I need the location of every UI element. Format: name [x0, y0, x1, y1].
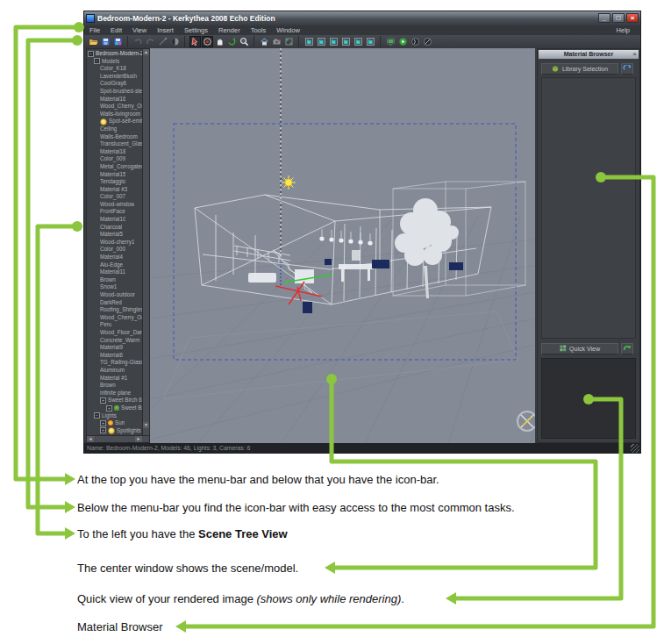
tree-item[interactable]: Material5	[87, 231, 143, 239]
menu-item-edit[interactable]: Edit	[105, 26, 127, 34]
tree-item[interactable]: Aluminum	[87, 367, 143, 375]
tree-item[interactable]: Wood-window	[87, 201, 143, 209]
menu-item-settings[interactable]: Settings	[179, 26, 213, 34]
tree-item[interactable]: Brown	[87, 276, 143, 284]
open-folder-icon[interactable]	[88, 36, 99, 47]
viewport-cube-icon[interactable]	[365, 36, 376, 47]
panel-close-icon[interactable]: ×	[631, 50, 639, 59]
tree-item[interactable]: Ceiling	[87, 125, 143, 133]
tree-item[interactable]: Walls-Bedroom	[87, 133, 143, 141]
tree-item[interactable]: −Lights	[87, 412, 143, 420]
contrast-icon[interactable]	[169, 36, 181, 47]
tree-item[interactable]: Material11	[87, 268, 143, 276]
minimize-button[interactable]: _	[598, 13, 610, 23]
viewport-cube-icon[interactable]	[340, 36, 352, 47]
scroll-right-icon[interactable]: ►	[135, 436, 142, 442]
tree-item[interactable]: +Sun	[87, 419, 143, 427]
tree-item[interactable]: +Sweet Birch 6 meter	[87, 397, 143, 404]
tree-item[interactable]: Material6	[87, 352, 143, 360]
menu-item-tools[interactable]: Tools	[246, 26, 272, 34]
scene-viewport[interactable]	[150, 48, 535, 443]
measure-icon[interactable]	[157, 36, 168, 47]
collapse-icon[interactable]: −	[94, 412, 100, 419]
tree-item[interactable]: Roofing_Shingles_G	[87, 306, 143, 314]
tree-item[interactable]: Material16	[87, 96, 143, 104]
pan-hand-icon[interactable]	[214, 36, 225, 47]
maximize-button[interactable]: □	[612, 13, 625, 23]
snap-icon[interactable]	[283, 36, 295, 47]
stop-render-icon[interactable]	[422, 36, 433, 47]
select-target-icon[interactable]	[202, 36, 213, 47]
camera-icon[interactable]	[271, 36, 282, 47]
undo-icon[interactable]	[132, 36, 144, 47]
expand-icon[interactable]: +	[100, 427, 106, 433]
scroll-left-icon[interactable]: ◄	[87, 436, 94, 442]
orbit-icon[interactable]	[226, 36, 238, 47]
tree-item[interactable]: TG_Railing-Glass	[87, 359, 143, 367]
tree-item[interactable]: Material15	[87, 171, 143, 179]
quick-view-button[interactable]: Quick View	[541, 343, 618, 354]
home-icon[interactable]	[259, 36, 270, 47]
menu-item-file[interactable]: File	[84, 26, 105, 34]
tree-item[interactable]: Wood_Cherry_Origi	[87, 314, 143, 322]
tree-item[interactable]: Snow1	[87, 283, 143, 291]
tree-item[interactable]: Concrete_Warm	[87, 337, 143, 345]
tree-item[interactable]: Material #1	[87, 375, 143, 383]
tree-item[interactable]: Wood_Floor_Dark	[87, 329, 143, 337]
tree-item[interactable]: Spot-self-emit	[87, 118, 143, 125]
tree-item[interactable]: Material10	[87, 216, 143, 224]
tree-item[interactable]: LavenderBlush	[87, 73, 143, 81]
refresh-library-button[interactable]	[621, 63, 633, 75]
menu-item-view[interactable]: View	[127, 26, 152, 34]
refresh-quick-view-button[interactable]	[621, 343, 633, 354]
title-bar[interactable]: Bedroom-Modern-2 - Kerkythea 2008 Echo E…	[84, 11, 640, 25]
expand-icon[interactable]: +	[100, 420, 106, 426]
tree-horizontal-scrollbar[interactable]: ◄ ►	[87, 435, 149, 442]
library-selection-button[interactable]: Library Selection	[541, 63, 618, 75]
tree-item[interactable]: Material9	[87, 344, 143, 352]
tree-item[interactable]: Wood_Cherry_Origi	[87, 103, 143, 111]
view-navigation-widget[interactable]	[518, 411, 535, 431]
tree-item[interactable]: DarkRed	[87, 299, 143, 307]
tree-item[interactable]: Color_000	[87, 246, 143, 254]
tree-item[interactable]: Material18	[87, 148, 143, 156]
tree-item[interactable]: Tendaggio	[87, 178, 143, 186]
save-icon[interactable]	[100, 36, 111, 47]
viewport-cube-icon[interactable]	[316, 36, 327, 47]
tree-item[interactable]: Walls-livingroom	[87, 111, 143, 118]
tree-item[interactable]: Color_K18	[87, 65, 143, 73]
select-arrow-icon[interactable]	[189, 36, 201, 47]
viewport-cube-icon[interactable]	[328, 36, 339, 47]
menu-item-window[interactable]: Window	[271, 26, 305, 34]
redo-icon[interactable]	[145, 36, 156, 47]
collapse-icon[interactable]: −	[88, 51, 94, 57]
tree-item[interactable]: Brown	[87, 382, 143, 390]
menu-item-render[interactable]: Render	[213, 26, 246, 34]
tree-item[interactable]: Metal_Corrogated_	[87, 163, 143, 171]
tree-item[interactable]: Peru	[87, 321, 143, 329]
scene-tree-view[interactable]: −Bedroom-Modern-2−ModelsColor_K18Lavende…	[86, 48, 150, 443]
viewport-cube-icon[interactable]	[303, 36, 315, 47]
tree-item[interactable]: −Bedroom-Modern-2	[87, 50, 143, 58]
scroll-down-icon[interactable]: ▼	[143, 422, 149, 428]
tree-vertical-scrollbar[interactable]: ▲ ▼	[142, 49, 149, 435]
tree-item[interactable]: −Models	[87, 58, 143, 66]
material-browser-header[interactable]: Material Browser	[539, 50, 639, 59]
tree-item[interactable]: Material4	[87, 254, 143, 261]
tree-item[interactable]: Spot-brushed-steel	[87, 88, 143, 96]
menu-item-help[interactable]: Help	[611, 25, 635, 35]
render-settings-icon[interactable]	[385, 36, 396, 47]
menu-item-insert[interactable]: Insert	[152, 26, 179, 34]
resize-grip[interactable]	[631, 444, 639, 453]
start-render-icon[interactable]	[397, 36, 409, 47]
tree-item[interactable]: Translucent_Glass_	[87, 140, 143, 148]
expand-icon[interactable]: +	[100, 397, 106, 404]
tree-item[interactable]: Color_009	[87, 155, 143, 163]
tree-item[interactable]: +Spotlights	[87, 427, 143, 434]
tree-item[interactable]: Charcoal	[87, 224, 143, 232]
tree-item[interactable]: Color_007	[87, 193, 143, 201]
zoom-magnifier-icon[interactable]	[239, 36, 250, 47]
save-all-icon[interactable]	[112, 36, 124, 47]
tree-item[interactable]: infinite plane	[87, 390, 143, 397]
expand-icon[interactable]: +	[106, 405, 112, 411]
